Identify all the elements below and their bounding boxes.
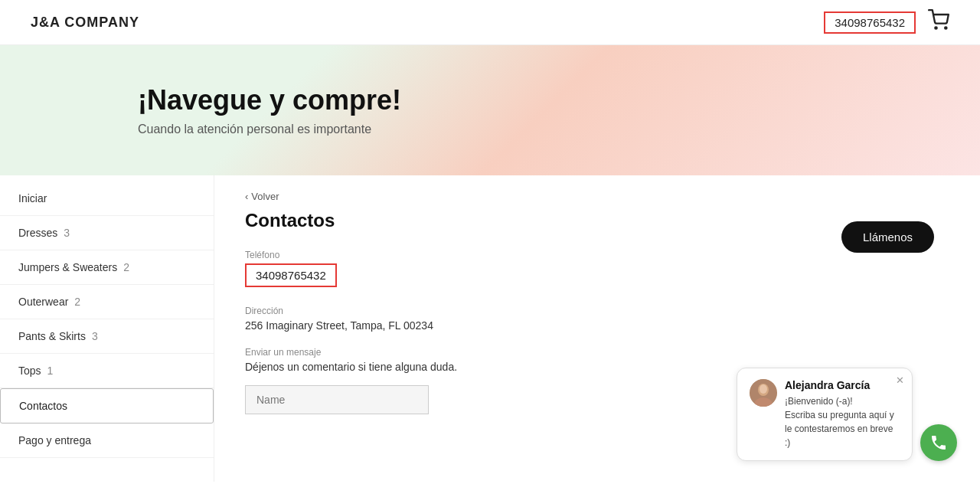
svg-point-1 xyxy=(945,27,946,28)
header-phone[interactable]: 34098765432 xyxy=(824,11,916,34)
sidebar-item-tops[interactable]: Tops 1 xyxy=(0,354,214,388)
name-input[interactable] xyxy=(245,385,429,414)
back-link[interactable]: ‹ Volver xyxy=(245,191,949,202)
sidebar-item-pants-skirts[interactable]: Pants & Skirts 3 xyxy=(0,319,214,354)
close-icon[interactable]: ✕ xyxy=(896,374,904,386)
chat-message: Alejandra García ¡Bienvenido (-a)! Escri… xyxy=(785,379,900,450)
hero-banner: ¡Navegue y compre! Cuando la atención pe… xyxy=(0,45,980,175)
sidebar-item-dresses[interactable]: Dresses 3 xyxy=(0,216,214,250)
contact-phone: 34098765432 xyxy=(245,263,337,287)
header-right: 34098765432 xyxy=(824,9,949,35)
chat-bubble: ✕ Alejandra García ¡Bienvenido (-a)! Esc… xyxy=(737,368,913,461)
call-button[interactable]: Llámenos xyxy=(841,221,934,253)
address-label: Dirección xyxy=(245,306,949,316)
chat-widget: ✕ Alejandra García ¡Bienvenido (-a)! Esc… xyxy=(737,368,957,461)
chat-phone-button[interactable] xyxy=(920,424,957,461)
phone-label: Teléfono xyxy=(245,250,949,260)
svg-point-0 xyxy=(935,27,936,28)
hero-title: ¡Navegue y compre! xyxy=(138,84,842,116)
sidebar-item-iniciar[interactable]: Iniciar xyxy=(0,182,214,216)
company-logo: J&A COMPANY xyxy=(31,15,139,31)
svg-point-5 xyxy=(760,384,767,394)
avatar xyxy=(750,379,777,407)
sidebar-item-jumpers[interactable]: Jumpers & Sweaters 2 xyxy=(0,250,214,285)
message-label: Enviar un mensaje xyxy=(245,347,949,358)
site-header: J&A COMPANY 34098765432 xyxy=(0,0,980,45)
sidebar: Iniciar Dresses 3 Jumpers & Sweaters 2 O… xyxy=(0,175,214,482)
sidebar-item-pago[interactable]: Pago y entrega xyxy=(0,424,214,458)
contact-address: 256 Imaginary Street, Tampa, FL 00234 xyxy=(245,319,949,332)
sidebar-item-outerwear[interactable]: Outerwear 2 xyxy=(0,285,214,319)
chevron-left-icon: ‹ xyxy=(245,191,248,202)
cart-icon[interactable] xyxy=(928,9,949,35)
sidebar-item-contactos[interactable]: Contactos xyxy=(0,388,214,424)
hero-subtitle: Cuando la atención personal es important… xyxy=(138,123,842,136)
